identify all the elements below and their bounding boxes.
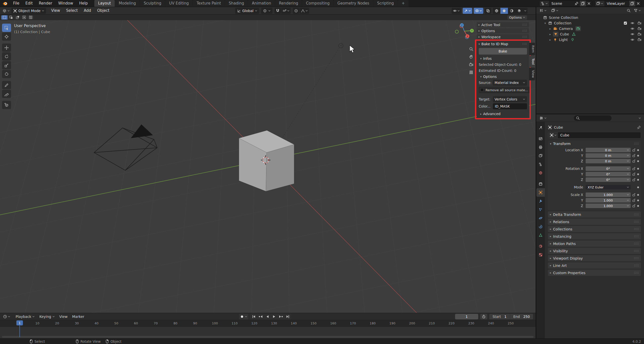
animate-dot[interactable]: [637, 200, 639, 201]
mesh-obj-icon[interactable]: [553, 32, 558, 37]
select-extend-button[interactable]: [8, 15, 14, 20]
next-keyframe-button[interactable]: [277, 314, 284, 319]
panel-grip[interactable]: [522, 36, 527, 38]
pin-icon[interactable]: [574, 1, 580, 6]
properties-collapsed-panel[interactable]: ▸Custom Properties: [548, 270, 641, 276]
panel-grip[interactable]: [634, 214, 639, 216]
tool-transform-button[interactable]: [2, 70, 11, 78]
options-dropdown[interactable]: Options: [507, 15, 527, 20]
hide-viewport-toggle[interactable]: [630, 21, 634, 25]
workspace-tab[interactable]: Texture Paint: [193, 0, 225, 7]
timeline-menu-item[interactable]: Marker: [70, 313, 87, 320]
value-slider[interactable]: 0 m: [586, 153, 631, 158]
lock-open-icon[interactable]: [631, 159, 637, 163]
menu-item[interactable]: Render: [36, 0, 55, 7]
lock-open-icon[interactable]: [631, 193, 637, 197]
value-slider[interactable]: 0°: [586, 177, 631, 182]
disable-render-toggle[interactable]: [637, 21, 641, 25]
auto-keying-record-icon[interactable]: [240, 315, 244, 319]
properties-collapsed-panel[interactable]: ▸Delta Transform: [548, 211, 641, 218]
select-new-button[interactable]: [1, 15, 8, 20]
properties-tab-render[interactable]: [536, 134, 545, 143]
bake-button[interactable]: Bake: [479, 48, 527, 55]
cube-object[interactable]: [239, 130, 294, 191]
select-subtract-button[interactable]: [14, 15, 21, 20]
falloff-dropdown[interactable]: [300, 8, 309, 14]
viewport-zoom-button[interactable]: [467, 45, 475, 53]
animate-dot[interactable]: [637, 186, 639, 188]
viewport-pan-button[interactable]: [467, 53, 475, 61]
panel-grip[interactable]: [634, 243, 639, 245]
sidebar-tab[interactable]: Item: [529, 43, 535, 55]
unlink-scene-button[interactable]: [586, 1, 592, 6]
outliner-row[interactable]: ▸Cube: [536, 31, 644, 37]
play-button[interactable]: [271, 314, 277, 319]
panel-grip[interactable]: [634, 250, 639, 252]
properties-collapsed-panel[interactable]: ▸Viewport Display: [548, 255, 641, 261]
playhead-frame-badge[interactable]: 1: [16, 320, 23, 325]
viewport-camera-button[interactable]: [467, 61, 475, 68]
shading-material-button[interactable]: [508, 8, 515, 14]
shading-solid-button[interactable]: [500, 8, 508, 14]
disable-render-toggle[interactable]: [637, 38, 641, 42]
scene-browse-button[interactable]: [540, 1, 549, 6]
outliner-row[interactable]: ▸Camera: [536, 26, 644, 31]
outliner-item-label[interactable]: Scene Collection: [549, 16, 578, 20]
light-object[interactable]: [339, 43, 343, 48]
properties-collapsed-panel[interactable]: ▸Relations: [548, 219, 641, 225]
properties-tab-constraints[interactable]: [536, 222, 545, 231]
workspace-tab[interactable]: Rendering: [275, 0, 302, 7]
gizmo-neg-y[interactable]: [455, 30, 459, 33]
lock-open-icon[interactable]: [631, 148, 637, 152]
checkbox[interactable]: [480, 88, 484, 92]
timeline-tracks[interactable]: [0, 327, 536, 338]
viewlayer-name-field[interactable]: ViewLayer: [605, 2, 629, 6]
workspace-tab[interactable]: Layout: [94, 0, 115, 7]
workspace-tab[interactable]: Sculpting: [140, 0, 165, 7]
stopwatch-icon[interactable]: [480, 314, 487, 319]
options-subpanel-header[interactable]: ▾Options: [480, 75, 527, 79]
properties-tab-particles[interactable]: [536, 205, 545, 214]
start-frame-field[interactable]: Start1: [489, 314, 510, 319]
viewport-3d[interactable]: User Perspective (1) Collection | Cube Z…: [0, 20, 536, 313]
prev-keyframe-button[interactable]: [257, 314, 264, 319]
lock-open-icon[interactable]: [631, 198, 637, 202]
outliner-item-label[interactable]: Collection: [554, 21, 571, 25]
search-icon[interactable]: [627, 9, 631, 13]
timeline-scrollbar[interactable]: [2, 336, 534, 338]
disable-render-toggle[interactable]: [637, 27, 641, 31]
jump-to-end-button[interactable]: [284, 314, 291, 319]
animate-dot[interactable]: [637, 205, 639, 207]
blender-logo-icon[interactable]: [2, 2, 8, 6]
proportional-edit-toggle[interactable]: [293, 8, 299, 14]
orientation-dropdown[interactable]: Global: [235, 8, 259, 14]
new-scene-button[interactable]: [580, 1, 586, 6]
infos-subpanel-header[interactable]: ▾Infos: [480, 57, 527, 61]
pivot-dropdown[interactable]: [261, 8, 272, 14]
menu-item[interactable]: Window: [55, 0, 76, 7]
sidebar-tab[interactable]: View: [529, 68, 535, 80]
disclosure-right-icon[interactable]: ▸: [548, 33, 552, 36]
properties-tab-collection[interactable]: [536, 180, 545, 188]
tool-scale-button[interactable]: [2, 61, 11, 69]
value-slider[interactable]: 1.000: [586, 192, 631, 197]
timeline-editor-type-button[interactable]: [2, 314, 12, 320]
value-slider[interactable]: 0 m: [586, 148, 631, 152]
target-dropdown[interactable]: Vertex Colors: [493, 96, 527, 102]
viewport-menu-item[interactable]: Add: [81, 7, 94, 14]
color-attribute-field[interactable]: ID_MASK: [493, 103, 527, 109]
mode-dropdown[interactable]: Object Mode: [11, 8, 46, 14]
outliner-row[interactable]: ▸Light: [536, 37, 644, 42]
outliner-item-label[interactable]: Light: [559, 38, 568, 42]
workspace-tab[interactable]: Scripting: [373, 0, 398, 7]
select-invert-button[interactable]: [21, 15, 27, 20]
properties-options-dropdown[interactable]: [637, 115, 642, 121]
menu-item[interactable]: Edit: [22, 0, 36, 7]
workspace-tab[interactable]: Geometry Nodes: [334, 0, 373, 7]
properties-collapsed-panel[interactable]: ▸Line Art: [548, 262, 641, 269]
scene-name-field[interactable]: Scene: [549, 2, 574, 6]
animate-dot[interactable]: [637, 168, 639, 170]
lock-open-icon[interactable]: [631, 154, 637, 158]
menu-item[interactable]: Help: [76, 0, 91, 7]
light-data-icon[interactable]: [570, 37, 575, 42]
